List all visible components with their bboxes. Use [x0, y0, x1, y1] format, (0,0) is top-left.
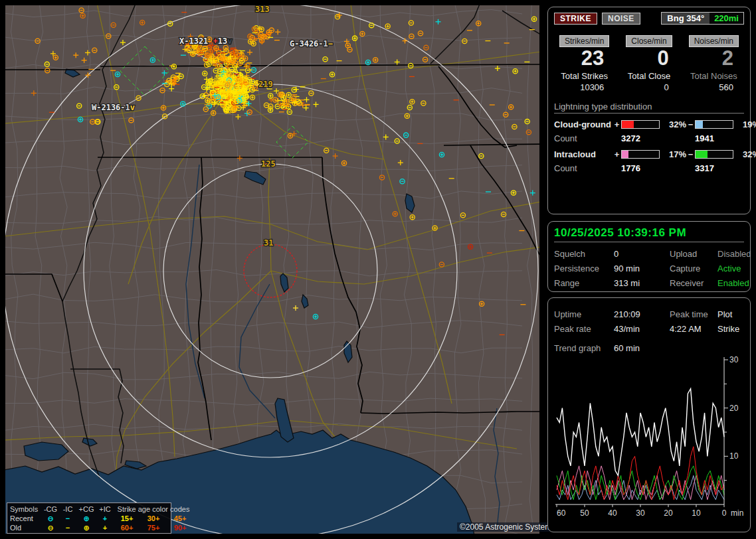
- cg-pos-pct: 32%: [660, 119, 686, 129]
- ring-distance-label: 31: [264, 238, 273, 248]
- capture-label: Capture: [670, 264, 717, 273]
- legend-age-code: 30+: [140, 514, 167, 523]
- total-noises-label: Total Noises: [684, 71, 744, 81]
- x-tick-label: 50: [580, 508, 589, 518]
- noises-per-min-value: 2: [684, 47, 744, 70]
- plot-mode-value: Strike: [717, 324, 744, 334]
- plus-sign: +: [613, 149, 621, 159]
- legend-age-code: 60+: [114, 523, 140, 532]
- upload-status: Disabled: [717, 249, 751, 259]
- legend-symbol-ic-neg-icon: −: [59, 523, 76, 532]
- nexstorm-window: X-1321 +13vG-3426-1−W-2136-1v31321912531…: [0, 0, 756, 539]
- trend-graph-chart: 1020306050403020100min: [554, 356, 747, 522]
- ic-pos-pct: 17%: [660, 149, 686, 159]
- x-tick-label: 30: [636, 508, 645, 518]
- legend-header-ncg: -CG: [42, 504, 59, 514]
- total-close-value: 0: [618, 82, 679, 92]
- ring-distance-label: 125: [261, 159, 276, 169]
- legend-header-pic: +IC: [96, 504, 114, 514]
- x-tick-label: 20: [664, 508, 673, 518]
- trend-series-red-rate: [557, 447, 724, 500]
- plot-label: Plot: [717, 309, 744, 319]
- cg-neg-bar: [695, 120, 733, 129]
- legend-symbol-cg-neg-icon: ⊖: [42, 523, 59, 532]
- x-tick-label: 60: [557, 508, 566, 518]
- ic-neg-count: 3317: [695, 163, 756, 173]
- lightning-map[interactable]: X-1321 +13vG-3426-1−W-2136-1v31321912531: [5, 5, 539, 534]
- persistence-label: Persistence: [554, 264, 614, 273]
- legend-age-code: 90+: [167, 523, 193, 532]
- receiver-status: Enabled: [717, 278, 751, 288]
- close-per-min-button[interactable]: Close/min: [626, 35, 672, 47]
- capture-status: Active: [717, 264, 751, 273]
- copyright-text: ©2005 Astrogenic Systems: [457, 522, 558, 532]
- cg-count-label: Count: [554, 133, 613, 143]
- legend-age-code: 15+: [114, 514, 140, 523]
- minus-sign: −: [686, 149, 695, 159]
- noise-mode-button[interactable]: NOISE: [602, 13, 640, 25]
- strikes-per-min-button[interactable]: Strikes/min: [559, 35, 609, 47]
- ring-distance-label: 313: [255, 5, 270, 14]
- status-panel: 10/25/2025 10:39:16 PM Squelch 0 Upload …: [547, 221, 751, 292]
- range-value: 313 mi: [614, 278, 670, 288]
- noises-per-min-button[interactable]: Noises/min: [689, 35, 739, 47]
- cg-pos-count: 3272: [621, 133, 686, 143]
- x-axis-unit: min: [731, 508, 743, 518]
- bearing-range: 220mi: [709, 13, 743, 24]
- storm-cell-label: X-1321 +13v: [179, 37, 233, 46]
- total-close-label: Total Close: [618, 71, 679, 81]
- legend-age-label: Recent: [10, 514, 42, 523]
- peak-rate-label: Peak rate: [554, 324, 614, 334]
- ring-distance-label: 219: [258, 80, 273, 89]
- y-tick-label: 10: [729, 451, 739, 461]
- storm-cell-label: W-2136-1v: [92, 103, 135, 112]
- info-panel: Uptime 210:09 Peak time Plot Peak rate 4…: [547, 297, 751, 532]
- total-strikes-value: 10306: [554, 82, 614, 92]
- close-per-min-value: 0: [618, 47, 679, 70]
- receiver-label: Receiver: [670, 278, 717, 288]
- current-datetime: 10/25/2025 10:39:16 PM: [554, 226, 744, 242]
- cloud-ground-label: Cloud-ground: [554, 119, 613, 129]
- persistence-value: 90 min: [614, 264, 670, 273]
- bearing-value: Bng 354°: [662, 13, 709, 24]
- total-strikes-label: Total Strikes: [554, 71, 614, 81]
- legend-header-pcg: +CG: [76, 504, 96, 514]
- peak-rate-value: 43/min: [614, 324, 670, 334]
- uptime-label: Uptime: [554, 309, 614, 319]
- trend-series-white-strike-rate: [557, 389, 724, 476]
- strike-mode-button[interactable]: STRIKE: [554, 13, 597, 25]
- legend-symbol-ic-neg-icon: −: [59, 514, 76, 523]
- x-tick-label: 10: [692, 508, 701, 518]
- x-tick-label: 40: [608, 508, 617, 518]
- trend-graph-label: Trend graph: [554, 343, 614, 353]
- range-label: Range: [554, 278, 614, 288]
- legend-row-old: Old⊖−⊕+60+75+90+: [10, 523, 168, 532]
- map-symbol-legend: Symbols -CG -IC +CG +IC Strike age color…: [7, 502, 171, 534]
- x-tick-label: 0: [722, 508, 727, 518]
- peak-time-value: 4:22 AM: [670, 324, 717, 334]
- distribution-title: Lightning type distribution: [554, 102, 744, 114]
- squelch-label: Squelch: [554, 249, 614, 259]
- strikes-per-min-value: 23: [554, 47, 614, 70]
- ic-pos-bar: [621, 150, 660, 159]
- uptime-value: 210:09: [614, 309, 670, 319]
- intracloud-label: Intracloud: [554, 149, 613, 159]
- storm-cell-label: G-3426-1−: [290, 39, 333, 48]
- minus-sign: −: [686, 119, 695, 129]
- legend-age-header: Strike age color codes: [114, 504, 193, 514]
- stats-panel: STRIKE NOISE Bng 354° 220mi Strikes/min …: [547, 7, 751, 214]
- peak-time-label: Peak time: [670, 309, 717, 319]
- ic-pos-count: 1776: [621, 163, 686, 173]
- legend-age-label: Old: [10, 523, 42, 532]
- cg-pos-bar: [621, 120, 660, 129]
- ic-count-label: Count: [554, 163, 613, 173]
- upload-label: Upload: [670, 249, 717, 259]
- y-tick-label: 30: [729, 356, 739, 364]
- legend-age-code: 75+: [140, 523, 167, 532]
- legend-symbol-cg-pos-icon: ⊕: [76, 523, 96, 532]
- cg-neg-pct: 19%: [733, 119, 756, 129]
- bearing-readout: Bng 354° 220mi: [661, 12, 744, 25]
- legend-age-code: 45+: [167, 514, 193, 523]
- trend-graph-window: 60 min: [614, 343, 744, 353]
- legend-symbol-ic-pos-icon: +: [96, 514, 114, 523]
